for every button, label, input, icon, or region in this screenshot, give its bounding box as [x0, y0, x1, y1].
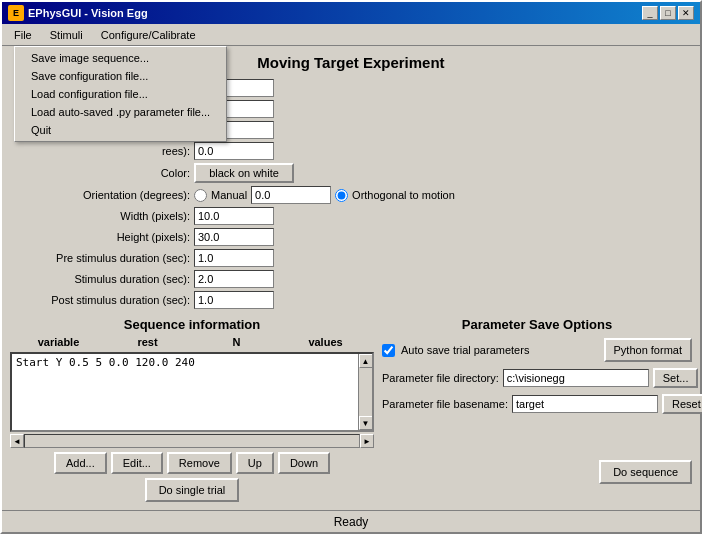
color-row: Color: black on white	[10, 163, 692, 183]
orientation-input[interactable]	[251, 186, 331, 204]
sequence-title: Sequence information	[10, 317, 374, 332]
title-bar-left: E EPhysGUI - Vision Egg	[8, 5, 148, 21]
color-button[interactable]: black on white	[194, 163, 294, 183]
add-button[interactable]: Add...	[54, 452, 107, 474]
col-variable: variable	[31, 336, 86, 348]
basename-row: Parameter file basename: Reset	[382, 394, 692, 414]
status-bar: Ready	[2, 510, 700, 532]
app-icon: E	[8, 5, 24, 21]
post-stim-input[interactable]	[194, 291, 274, 309]
auto-save-label: Auto save trial parameters	[401, 344, 529, 356]
col-n: N	[209, 336, 264, 348]
scroll-left-btn[interactable]: ◄	[10, 434, 24, 448]
scroll-up-btn[interactable]: ▲	[359, 354, 373, 368]
file-dir-input[interactable]	[503, 369, 649, 387]
single-trial-button[interactable]: Do single trial	[145, 478, 240, 502]
scroll-right-btn[interactable]: ►	[360, 434, 374, 448]
python-format-button[interactable]: Python format	[604, 338, 692, 362]
param-section: Parameter Save Options Auto save trial p…	[382, 317, 692, 502]
orientation-label: Orientation (degrees):	[10, 189, 190, 201]
horizontal-scroll-area: ◄ ►	[10, 434, 374, 448]
menu-file[interactable]: File	[6, 27, 40, 43]
auto-save-check-row: Auto save trial parameters	[382, 344, 529, 357]
radio-manual-label: Manual	[211, 189, 247, 201]
menu-stimuli[interactable]: Stimuli	[42, 27, 91, 43]
title-bar: E EPhysGUI - Vision Egg _ □ ✕	[2, 2, 700, 24]
table-row: Start Y 0.5 5 0.0 120.0 240	[12, 354, 372, 371]
stim-row: Stimulus duration (sec):	[10, 270, 692, 288]
menu-save-config[interactable]: Save configuration file...	[15, 67, 226, 85]
title-buttons: _ □ ✕	[642, 6, 694, 20]
edit-button[interactable]: Edit...	[111, 452, 163, 474]
do-sequence-button[interactable]: Do sequence	[599, 460, 692, 484]
file-dir-label: Parameter file directory:	[382, 372, 499, 384]
menu-load-auto[interactable]: Load auto-saved .py parameter file...	[15, 103, 226, 121]
post-stim-label: Post stimulus duration (sec):	[10, 294, 190, 306]
bottom-section: Sequence information variable rest N val…	[10, 317, 692, 502]
table-header: variable rest N values	[10, 336, 374, 348]
stim-label: Stimulus duration (sec):	[10, 273, 190, 285]
set-button[interactable]: Set...	[653, 368, 699, 388]
basename-label: Parameter file basename:	[382, 398, 508, 410]
minimize-button[interactable]: _	[642, 6, 658, 20]
reset-button[interactable]: Reset	[662, 394, 702, 414]
table-wrapper: Start Y 0.5 5 0.0 120.0 240 ▲ ▼ ◄ ►	[10, 352, 374, 448]
width-row: Width (pixels):	[10, 207, 692, 225]
param-title: Parameter Save Options	[382, 317, 692, 332]
pre-stim-row: Pre stimulus duration (sec):	[10, 249, 692, 267]
menu-bar: File Stimuli Configure/Calibrate	[2, 24, 700, 46]
orientation-row: Orientation (degrees): Manual Orthogonal…	[10, 186, 692, 204]
scroll-down-btn[interactable]: ▼	[359, 416, 373, 430]
form-row-4: rees):	[10, 142, 692, 160]
sequence-section: Sequence information variable rest N val…	[10, 317, 374, 502]
radio-manual[interactable]	[194, 189, 207, 202]
menu-configure[interactable]: Configure/Calibrate	[93, 27, 204, 43]
file-dir-row: Parameter file directory: Set...	[382, 368, 692, 388]
menu-load-config[interactable]: Load configuration file...	[15, 85, 226, 103]
width-input[interactable]	[194, 207, 274, 225]
height-label: Height (pixels):	[10, 231, 190, 243]
basename-input[interactable]	[512, 395, 658, 413]
up-button[interactable]: Up	[236, 452, 274, 474]
field-input-4[interactable]	[194, 142, 274, 160]
auto-save-checkbox[interactable]	[382, 344, 395, 357]
do-sequence-area: Do sequence	[382, 460, 692, 484]
stim-input[interactable]	[194, 270, 274, 288]
radio-manual-group: Manual	[194, 189, 247, 202]
h-scroll-track[interactable]	[24, 434, 360, 448]
window-title: EPhysGUI - Vision Egg	[28, 7, 148, 19]
maximize-button[interactable]: □	[660, 6, 676, 20]
status-text: Ready	[334, 515, 369, 529]
table-scrollbar[interactable]: ▲ ▼	[358, 354, 372, 430]
file-dropdown-menu: Save image sequence... Save configuratio…	[14, 46, 227, 142]
height-input[interactable]	[194, 228, 274, 246]
menu-save-image[interactable]: Save image sequence...	[15, 49, 226, 67]
down-button[interactable]: Down	[278, 452, 330, 474]
radio-ortho-group: Orthogonal to motion	[335, 189, 455, 202]
auto-save-row: Auto save trial parameters Python format	[382, 338, 692, 362]
color-label: Color:	[10, 167, 190, 179]
col-values: values	[298, 336, 353, 348]
field-label-4: rees):	[10, 145, 190, 157]
single-trial-area: Do single trial	[10, 478, 374, 502]
height-row: Height (pixels):	[10, 228, 692, 246]
width-label: Width (pixels):	[10, 210, 190, 222]
close-button[interactable]: ✕	[678, 6, 694, 20]
remove-button[interactable]: Remove	[167, 452, 232, 474]
sequence-buttons: Add... Edit... Remove Up Down	[10, 452, 374, 474]
pre-stim-input[interactable]	[194, 249, 274, 267]
post-stim-row: Post stimulus duration (sec):	[10, 291, 692, 309]
sequence-table[interactable]: Start Y 0.5 5 0.0 120.0 240 ▲ ▼	[10, 352, 374, 432]
radio-ortho[interactable]	[335, 189, 348, 202]
pre-stim-label: Pre stimulus duration (sec):	[10, 252, 190, 264]
main-window: E EPhysGUI - Vision Egg _ □ ✕ File Stimu…	[0, 0, 702, 534]
col-rest: rest	[120, 336, 175, 348]
menu-quit[interactable]: Quit	[15, 121, 226, 139]
radio-ortho-label: Orthogonal to motion	[352, 189, 455, 201]
